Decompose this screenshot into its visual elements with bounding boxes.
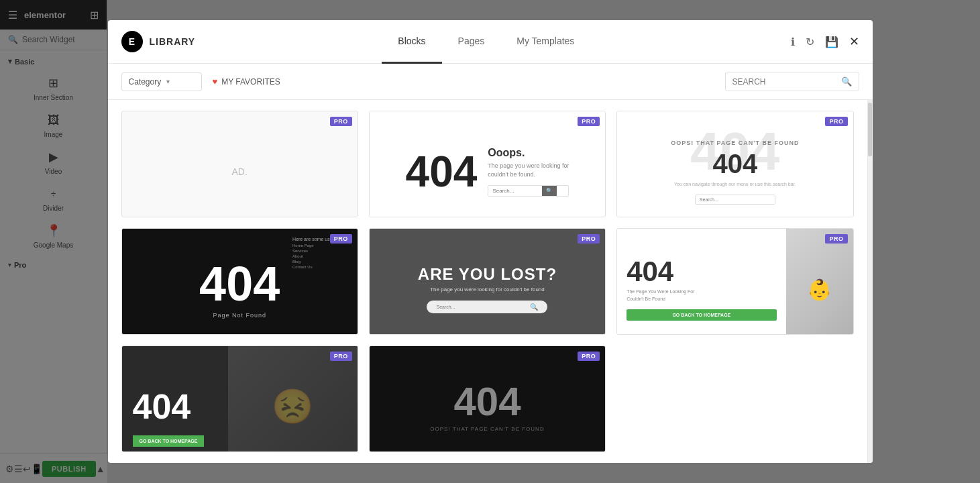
card-404-number: 404 <box>406 150 478 193</box>
modal-header: E LIBRARY Blocks Pages My Templates ℹ ↻ … <box>108 20 873 64</box>
pro-badge: PRO <box>578 117 600 126</box>
card-search-input <box>436 305 530 309</box>
modal-toolbar: Category ▾ ♥ MY FAVORITES 🔍 <box>108 64 873 100</box>
card-face-image: 😣 <box>228 346 358 452</box>
modal-tabs: Blocks Pages My Templates <box>182 20 790 64</box>
info-icon[interactable]: ℹ <box>791 36 795 48</box>
category-label: Category <box>129 77 162 87</box>
modal-body: PRO AD. PRO 404 Ooops. T <box>108 100 873 463</box>
card-are-you-lost-sub: The page you were looking for couldn't b… <box>430 286 545 292</box>
pro-badge: PRO <box>330 234 352 244</box>
template-card-404-baby[interactable]: PRO 404 The Page You Were Looking ForCou… <box>616 228 853 335</box>
scrollbar-thumb[interactable] <box>868 103 872 156</box>
refresh-icon[interactable]: ↻ <box>806 36 814 48</box>
category-dropdown[interactable]: Category ▾ <box>121 72 202 91</box>
template-card-404-dark-bottom[interactable]: PRO 404 OOPS! THAT PAGE CAN'T BE FOUND <box>369 345 606 452</box>
tab-my-templates[interactable]: My Templates <box>500 20 590 64</box>
ad-text: AD. <box>231 166 247 177</box>
modal-overlay: E LIBRARY Blocks Pages My Templates ℹ ↻ … <box>0 0 980 483</box>
card-404-number: 404 <box>199 260 280 308</box>
template-card-404-black[interactable]: PRO 404 Page Not Found Here are some use… <box>121 228 358 335</box>
card-404-number: 404 <box>712 149 757 179</box>
go-back-button: GO BACK TO HOMEPAGE <box>627 309 776 321</box>
template-card-404-oops-cant[interactable]: PRO 404 OOPS! THAT PAGE CAN'T BE FOUND 4… <box>616 111 853 217</box>
tab-pages[interactable]: Pages <box>442 20 501 64</box>
card-404-label: OOPS! THAT PAGE CAN'T BE FOUND <box>430 426 544 432</box>
tab-blocks[interactable]: Blocks <box>382 20 441 64</box>
pro-badge: PRO <box>330 352 352 361</box>
category-chevron-icon: ▾ <box>166 78 170 85</box>
templates-grid: PRO AD. PRO 404 Ooops. T <box>108 100 867 463</box>
template-card-404-face[interactable]: PRO 😣 404 OOPS! PAGE NOT FOUND GO BACK T… <box>121 345 358 452</box>
save-icon[interactable]: 💾 <box>825 36 838 48</box>
card-404-subtitle: Page Not Found <box>213 312 266 319</box>
pro-badge: PRO <box>330 117 352 126</box>
card-404-black-content: 404 Page Not Found Here are some useful … <box>122 229 358 335</box>
modal-logo: E <box>121 31 143 52</box>
go-back-button: GO BACK TO HOMEPAGE <box>133 435 205 447</box>
modal-header-actions: ℹ ↻ 💾 ✕ <box>791 34 859 49</box>
template-search-input[interactable] <box>732 77 836 87</box>
search-icon: 🔍 <box>530 303 538 311</box>
card-404-headline: Ooops. <box>488 147 569 159</box>
card-404-left-pane: 404 The Page You Were Looking ForCouldn'… <box>617 229 785 335</box>
card-404-number: 404 <box>627 258 776 286</box>
card-404-number: 404 <box>453 382 521 422</box>
card-404-dark-bottom-content: 404 OOPS! THAT PAGE CAN'T BE FOUND <box>370 346 605 452</box>
my-favorites-button[interactable]: ♥ MY FAVORITES <box>213 76 280 87</box>
card-are-you-lost-content: ARE YOU LOST? The page you were looking … <box>370 229 605 335</box>
card-404-text: Ooops. The page you were looking forcoul… <box>488 147 569 197</box>
pro-badge: PRO <box>578 234 600 244</box>
card-are-you-lost-title: ARE YOU LOST? <box>418 265 557 284</box>
card-404-number: 404 <box>133 389 191 424</box>
card-ad-content: AD. <box>122 111 358 217</box>
pro-badge: PRO <box>825 117 847 126</box>
card-404-search <box>695 195 775 205</box>
card-search-button: 🔍 <box>542 186 557 196</box>
favorites-label: MY FAVORITES <box>221 77 280 87</box>
card-404-label: OOPS! THAT PAGE CAN'T BE FOUND <box>671 140 799 146</box>
card-search-input <box>696 195 775 204</box>
card-404-baby-content: 404 The Page You Were Looking ForCouldn'… <box>617 229 853 335</box>
modal-scrollbar[interactable] <box>867 100 873 463</box>
template-card-404-ooops[interactable]: PRO 404 Ooops. The page you were looking… <box>369 111 606 217</box>
card-404-subtitle: OOPS! PAGE NOT FOUND <box>133 450 213 452</box>
card-404-ooops-content: 404 Ooops. The page you were looking for… <box>370 111 605 217</box>
template-search-box: 🔍 <box>725 72 859 91</box>
card-404-right-image: 👶 <box>786 229 853 335</box>
card-search-box: 🔍 <box>488 185 569 197</box>
card-404-nav: You can navigate through our menu or use… <box>674 182 796 186</box>
card-404-description: The page you were looking forcouldn't be… <box>488 162 569 178</box>
card-404-cant-content: 404 OOPS! THAT PAGE CAN'T BE FOUND 404 Y… <box>617 111 853 217</box>
card-are-you-lost-search: 🔍 <box>427 301 547 313</box>
card-search-input <box>488 186 542 196</box>
pro-badge: PRO <box>578 352 600 361</box>
template-card-are-you-lost[interactable]: PRO ARE YOU LOST? The page you were look… <box>369 228 606 335</box>
card-404-face-content: 😣 404 OOPS! PAGE NOT FOUND GO BACK TO HO… <box>122 346 358 452</box>
pro-badge: PRO <box>825 234 847 244</box>
close-modal-button[interactable]: ✕ <box>849 34 859 49</box>
search-icon: 🔍 <box>841 76 852 87</box>
baby-image: 👶 <box>786 229 853 335</box>
card-404-text: The Page You Were Looking ForCouldn't Be… <box>627 288 776 303</box>
template-card-ad[interactable]: PRO AD. <box>121 111 358 217</box>
heart-icon: ♥ <box>213 76 218 87</box>
library-modal: E LIBRARY Blocks Pages My Templates ℹ ↻ … <box>108 20 873 463</box>
